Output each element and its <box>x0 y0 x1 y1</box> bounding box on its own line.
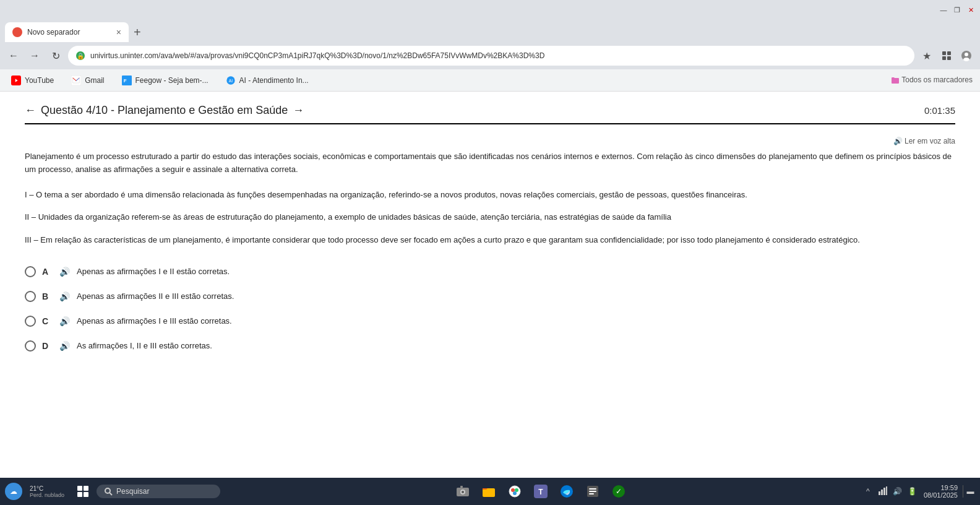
back-button[interactable]: ← <box>5 47 22 64</box>
option-audio-B[interactable]: 🔊 <box>58 290 71 303</box>
url-text: univirtus.uninter.com/ava/web/#/ava/prov… <box>90 51 907 60</box>
option-radio-C[interactable] <box>25 316 36 327</box>
statement-I: I – O tema a ser abordado é uma dimensão… <box>25 189 955 202</box>
bookmark-ai-label: AI - Atendimento In... <box>239 76 309 85</box>
weather-temp: 21°C <box>30 485 64 492</box>
search-label: Pesquisar <box>116 487 149 496</box>
option-text-C: Apenas as afirmações I e III estão corre… <box>77 316 232 326</box>
svg-text:F: F <box>123 78 126 84</box>
svg-rect-21 <box>460 486 463 488</box>
svg-point-24 <box>511 488 515 492</box>
show-desktop[interactable]: ▬ <box>963 485 975 498</box>
taskbar-teams[interactable]: T <box>530 480 552 503</box>
feegow-icon: F <box>122 76 132 85</box>
taskbar-clock[interactable]: 19:59 08/01/2025 <box>924 484 958 499</box>
clock-date: 08/01/2025 <box>924 491 958 499</box>
tab-close-button[interactable]: × <box>116 27 121 37</box>
timer: 0:01:35 <box>924 105 955 116</box>
taskbar-photos[interactable]: ✓ <box>608 480 630 503</box>
svg-point-26 <box>513 491 517 495</box>
svg-rect-2 <box>942 51 946 55</box>
svg-rect-5 <box>947 56 951 60</box>
system-tray: ^ 🔊 🔋 <box>862 485 919 498</box>
bookmark-feegow[interactable]: F Feegow - Seja bem-... <box>118 74 212 87</box>
svg-text:🔒: 🔒 <box>77 52 85 60</box>
option-letter-A: A <box>42 267 52 277</box>
weather-icon: ☁ <box>5 483 22 500</box>
option-letter-D: D <box>42 341 52 351</box>
bookmarks-all-label: Todos os marcadores <box>901 76 973 84</box>
taskbar-art[interactable] <box>504 480 526 503</box>
option-audio-D[interactable]: 🔊 <box>58 340 71 352</box>
bookmark-ai[interactable]: AI AI - Atendimento In... <box>222 74 312 87</box>
taskbar-camera[interactable] <box>452 480 474 503</box>
svg-point-7 <box>965 53 968 56</box>
minimize-button[interactable]: — <box>939 6 948 14</box>
statement-II: II – Unidades da organização referem-se … <box>25 211 955 224</box>
svg-text:AI: AI <box>228 78 232 82</box>
back-arrow[interactable]: ← <box>25 104 36 117</box>
bookmark-youtube[interactable]: YouTube <box>7 74 58 87</box>
option-radio-D[interactable] <box>25 340 36 352</box>
tray-sound[interactable]: 🔊 <box>892 485 904 498</box>
option-audio-A[interactable]: 🔊 <box>58 265 71 278</box>
photos-icon: ✓ <box>612 485 625 498</box>
svg-rect-4 <box>942 56 946 60</box>
svg-text:✓: ✓ <box>616 487 622 496</box>
bookmark-button[interactable]: ★ <box>918 47 935 64</box>
svg-rect-32 <box>589 491 596 492</box>
maximize-button[interactable]: ❐ <box>953 6 961 14</box>
statements-container: I – O tema a ser abordado é uma dimensão… <box>25 189 955 247</box>
option-radio-B[interactable] <box>25 291 36 302</box>
taskbar-files[interactable] <box>478 480 500 503</box>
camera-icon <box>456 485 470 498</box>
files-icon <box>482 485 496 498</box>
option-audio-C[interactable]: 🔊 <box>58 315 71 327</box>
taskbar-apps: T ✓ <box>223 480 859 503</box>
svg-point-25 <box>515 488 518 492</box>
option-radio-A[interactable] <box>25 266 36 277</box>
profile-button[interactable] <box>958 47 975 64</box>
read-aloud-button[interactable]: 🔊 Ler em voz alta <box>893 137 955 145</box>
taskbar-right: ^ 🔊 🔋 19:59 08/01/2025 ▬ <box>862 484 975 499</box>
taskbar-weather[interactable]: ☁ <box>5 483 22 500</box>
bookmark-feegow-label: Feegow - Seja bem-... <box>135 76 208 85</box>
taskbar-edge[interactable] <box>556 480 578 503</box>
tray-battery[interactable]: 🔋 <box>906 485 919 498</box>
question-text: Planejamento é um processo estruturado a… <box>25 150 955 176</box>
tab-favicon <box>12 27 22 37</box>
svg-line-17 <box>110 493 112 495</box>
new-tab-button[interactable]: + <box>129 22 146 42</box>
taskbar-search[interactable]: Pesquisar <box>97 485 220 498</box>
gmail-icon <box>71 76 81 85</box>
option-row-B: B 🔊 Apenas as afirmações II e III estão … <box>25 290 955 303</box>
close-button[interactable]: ✕ <box>966 6 975 14</box>
extension-button[interactable] <box>938 47 955 64</box>
teams-icon: T <box>534 485 548 498</box>
art-icon <box>508 485 522 498</box>
settings-icon <box>586 485 600 498</box>
tray-network[interactable] <box>877 485 889 498</box>
active-tab[interactable]: Novo separador × <box>5 22 129 42</box>
svg-rect-37 <box>881 490 883 495</box>
taskbar-settings[interactable] <box>582 480 604 503</box>
svg-point-8 <box>963 58 969 61</box>
reload-button[interactable]: ↻ <box>47 47 64 64</box>
svg-rect-39 <box>886 486 887 495</box>
svg-text:T: T <box>539 488 544 496</box>
option-text-A: Apenas as afirmações I e II estão corret… <box>77 267 230 276</box>
forward-arrow[interactable]: → <box>293 104 304 117</box>
bookmark-gmail-label: Gmail <box>85 76 104 85</box>
bookmarks-all[interactable]: Todos os marcadores <box>891 76 973 85</box>
start-button[interactable] <box>72 480 94 503</box>
address-bar[interactable]: 🔒 univirtus.uninter.com/ava/web/#/ava/pr… <box>68 46 914 66</box>
bookmark-gmail[interactable]: Gmail <box>67 74 108 87</box>
bookmarks-bar: YouTube Gmail F Feegow - Seja bem-... AI <box>0 69 980 92</box>
forward-button[interactable]: → <box>26 47 43 64</box>
svg-rect-38 <box>883 488 885 495</box>
option-text-D: As afirmações I, II e III estão corretas… <box>77 341 212 350</box>
svg-rect-36 <box>879 491 880 495</box>
svg-point-16 <box>105 488 110 493</box>
statement-III: III – Em relação às características de u… <box>25 234 955 247</box>
tray-expand[interactable]: ^ <box>862 485 874 498</box>
